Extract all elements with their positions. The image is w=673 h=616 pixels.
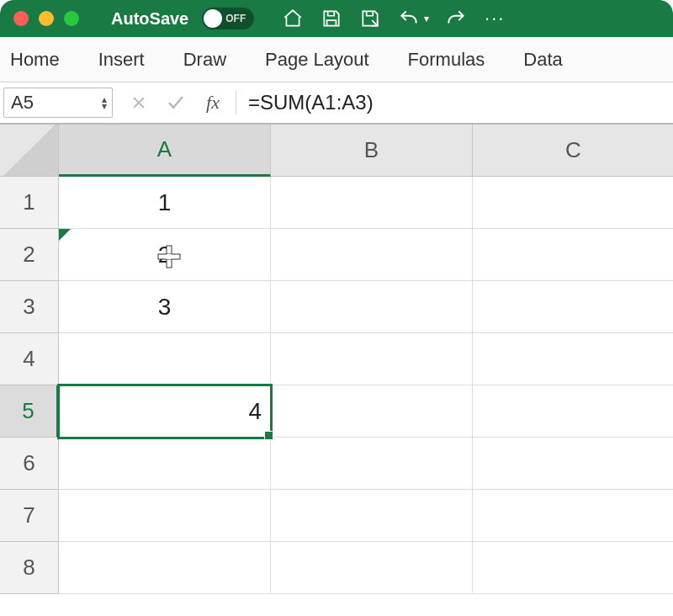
tab-page-layout[interactable]: Page Layout <box>265 49 369 71</box>
title-bar: AutoSave OFF ▾ ··· <box>0 0 673 37</box>
cell-B2[interactable] <box>271 229 473 281</box>
formula-bar-buttons: fx <box>113 82 236 123</box>
row-header-2[interactable]: 2 <box>0 229 59 281</box>
column-header-C[interactable]: C <box>473 125 673 177</box>
cancel-icon[interactable] <box>128 92 150 114</box>
cell-B8[interactable] <box>271 542 473 594</box>
autosave-state: OFF <box>225 13 246 24</box>
row-header-5[interactable]: 5 <box>0 385 59 438</box>
cell-C6[interactable] <box>473 438 673 490</box>
formula-bar: A5 ▴ ▾ fx =SUM(A1:A3) <box>0 82 673 125</box>
row-header-3[interactable]: 3 <box>0 281 59 333</box>
save-as-icon[interactable] <box>358 7 382 30</box>
zoom-window-button[interactable] <box>64 11 79 26</box>
name-box[interactable]: A5 ▴ ▾ <box>3 88 113 118</box>
cell-A5[interactable]: 4 <box>59 385 271 438</box>
cell-value: 2 <box>158 242 172 268</box>
row-header-7[interactable]: 7 <box>0 490 59 542</box>
chevron-down-icon: ▾ <box>424 13 429 24</box>
cell-A6[interactable] <box>59 438 271 490</box>
name-box-stepper[interactable]: ▴ ▾ <box>102 96 107 109</box>
cell-A4[interactable] <box>59 333 271 385</box>
cell-A3[interactable]: 3 <box>59 281 271 333</box>
cell-B7[interactable] <box>271 490 473 542</box>
cell-C7[interactable] <box>473 490 673 542</box>
cell-C4[interactable] <box>473 333 673 385</box>
minimize-window-button[interactable] <box>39 11 54 26</box>
close-window-button[interactable] <box>13 11 29 26</box>
cell-C1[interactable] <box>473 177 673 229</box>
more-icon[interactable]: ··· <box>483 7 506 30</box>
quick-access-toolbar: ▾ ··· <box>281 7 506 30</box>
row-header-4[interactable]: 4 <box>0 333 59 385</box>
ribbon-tabs: Home Insert Draw Page Layout Formulas Da… <box>0 37 673 82</box>
enter-icon[interactable] <box>165 92 187 114</box>
spreadsheet-grid[interactable]: A B C 1 1 2 2 3 3 4 5 4 6 <box>0 125 673 594</box>
autosave-label: AutoSave <box>111 9 188 29</box>
home-icon[interactable] <box>281 7 305 30</box>
cell-C8[interactable] <box>473 542 673 594</box>
toggle-knob <box>204 9 222 28</box>
cell-B3[interactable] <box>271 281 473 333</box>
autosave-toggle[interactable]: OFF <box>202 8 254 29</box>
chevron-down-icon: ▾ <box>102 103 107 109</box>
column-header-A[interactable]: A <box>59 125 271 177</box>
cell-A7[interactable] <box>59 490 271 542</box>
select-all-corner[interactable] <box>0 125 59 177</box>
tab-data[interactable]: Data <box>523 49 562 71</box>
tab-formulas[interactable]: Formulas <box>408 49 485 71</box>
cell-C5[interactable] <box>473 385 673 438</box>
formula-text: =SUM(A1:A3) <box>248 91 374 114</box>
column-header-B[interactable]: B <box>271 125 473 177</box>
cell-B4[interactable] <box>271 333 473 385</box>
undo-split-button[interactable]: ▾ <box>397 7 429 30</box>
cell-A1[interactable]: 1 <box>59 177 271 229</box>
save-icon[interactable] <box>320 7 343 30</box>
cell-A2[interactable]: 2 <box>59 229 271 281</box>
window-controls <box>13 11 79 26</box>
cell-B1[interactable] <box>271 177 473 229</box>
formula-input[interactable]: =SUM(A1:A3) <box>236 82 673 123</box>
name-box-value: A5 <box>11 92 34 114</box>
redo-icon[interactable] <box>444 7 468 30</box>
undo-icon <box>397 7 421 30</box>
cell-B5[interactable] <box>271 385 473 438</box>
cell-C3[interactable] <box>473 281 673 333</box>
fx-icon[interactable]: fx <box>202 92 224 114</box>
row-header-1[interactable]: 1 <box>0 177 59 229</box>
tab-draw[interactable]: Draw <box>183 49 226 71</box>
cell-B6[interactable] <box>271 438 473 490</box>
cell-A8[interactable] <box>59 542 271 594</box>
cell-C2[interactable] <box>473 229 673 281</box>
tab-insert[interactable]: Insert <box>98 49 145 71</box>
error-flag-icon <box>59 229 71 241</box>
row-header-8[interactable]: 8 <box>0 542 59 594</box>
row-header-6[interactable]: 6 <box>0 438 59 490</box>
tab-home[interactable]: Home <box>10 49 60 71</box>
